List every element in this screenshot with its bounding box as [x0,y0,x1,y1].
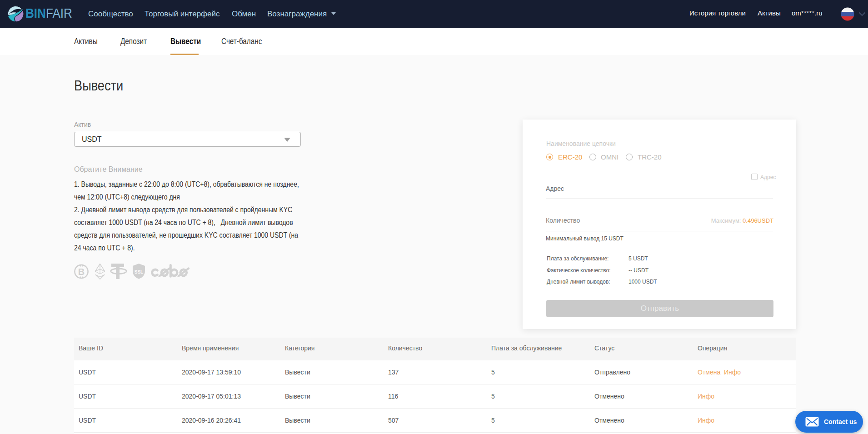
svg-text:B: B [78,267,85,277]
svg-text:SSL: SSL [135,269,143,274]
